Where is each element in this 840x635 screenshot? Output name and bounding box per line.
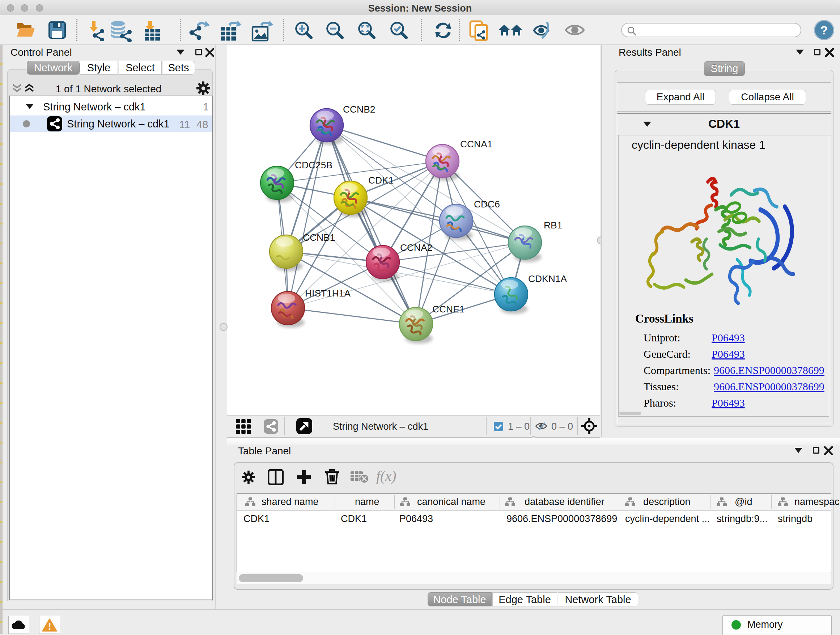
svg-text:CCNB1: CCNB1: [303, 232, 335, 243]
svg-text:CCNA1: CCNA1: [460, 139, 493, 149]
svg-text:HIST1H1A: HIST1H1A: [305, 288, 351, 299]
svg-text:CCNB2: CCNB2: [343, 104, 375, 115]
svg-text:CCNA2: CCNA2: [400, 242, 432, 253]
svg-text:CDC6: CDC6: [474, 199, 500, 210]
svg-text:CDKN1A: CDKN1A: [528, 273, 567, 284]
svg-text:CDC25B: CDC25B: [295, 160, 332, 171]
svg-text:RB1: RB1: [544, 220, 562, 231]
svg-text:CDK1: CDK1: [368, 175, 393, 186]
svg-text:CCNE1: CCNE1: [432, 304, 464, 315]
